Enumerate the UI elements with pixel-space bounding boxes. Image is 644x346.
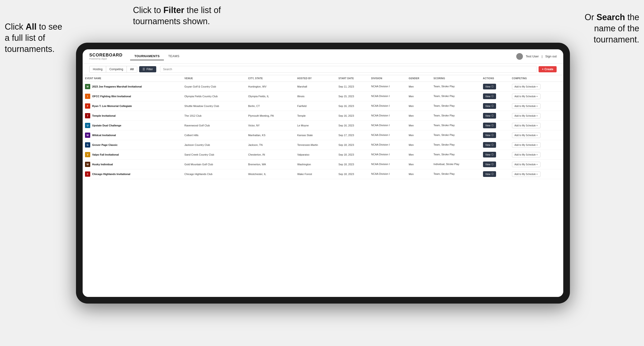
event-name-3: Temple Invitational xyxy=(92,114,116,117)
cell-hosted-2: Fairfield xyxy=(295,101,336,111)
add-schedule-button-7[interactable]: Add to My Schedule + xyxy=(512,152,540,158)
cell-date-0: Sep 11, 2023 xyxy=(336,82,369,92)
cell-division-2: NCAA Division I xyxy=(369,101,406,111)
cell-city-5: Manhattan, KS xyxy=(246,130,295,140)
view-button-3[interactable]: View ⓘ xyxy=(483,113,496,119)
col-header-competing: COMPETING xyxy=(510,75,563,82)
view-icon-8: ⓘ xyxy=(491,163,494,166)
view-icon-2: ⓘ xyxy=(491,104,494,108)
view-icon-7: ⓘ xyxy=(491,153,494,156)
cell-city-3: Plymouth Meeting, PA xyxy=(246,111,295,121)
cell-division-8: NCAA Division I xyxy=(369,160,406,169)
event-name-9: Chicago Highlands Invitational xyxy=(92,173,130,175)
col-header-venue: VENUE xyxy=(182,75,246,82)
cell-event-3: T Temple Invitational xyxy=(83,111,182,121)
cell-division-5: NCAA Division I xyxy=(369,130,406,140)
view-button-0[interactable]: View ⓘ xyxy=(483,84,496,89)
team-logo-2: F xyxy=(85,103,90,109)
view-button-8[interactable]: View ⓘ xyxy=(483,162,496,167)
cell-city-9: Westchester, IL xyxy=(246,169,295,179)
cell-date-7: Sep 18, 2023 xyxy=(336,150,369,160)
cell-venue-0: Guyan Golf & Country Club xyxy=(182,82,246,92)
cell-division-7: NCAA Division I xyxy=(369,150,406,160)
table-row: F Ryan T. Lee Memorial Collegiate Shuttl… xyxy=(83,101,563,111)
view-icon-3: ⓘ xyxy=(491,114,494,117)
table-header-row: EVENT NAME VENUE CITY, STATE HOSTED BY S… xyxy=(83,75,563,82)
event-name-1: OFCC Fighting Illini Invitational xyxy=(92,95,131,98)
nav-tab-teams[interactable]: TEAMS xyxy=(164,52,184,60)
view-button-9[interactable]: View ⓘ xyxy=(483,171,496,177)
event-name-7: Valpo Fall Invitational xyxy=(92,153,119,156)
filter-hosting[interactable]: Hosting xyxy=(90,66,106,72)
team-logo-9: C xyxy=(85,172,90,177)
event-name-5: Wildcat Invitational xyxy=(92,134,116,137)
cell-gender-0: Men xyxy=(406,82,431,92)
cell-division-1: NCAA Division I xyxy=(369,92,406,101)
add-schedule-button-2[interactable]: Add to My Schedule + xyxy=(512,103,540,109)
team-logo-3: T xyxy=(85,113,90,118)
cell-scoring-8: Individual, Stroke Play xyxy=(431,160,480,169)
table-row: G Grover Page Classic Jackson Country Cl… xyxy=(83,140,563,150)
cell-actions-6: View ⓘ xyxy=(481,140,510,150)
view-button-1[interactable]: View ⓘ xyxy=(483,93,496,99)
cell-event-6: G Grover Page Classic xyxy=(83,140,182,150)
cell-scoring-5: Team, Stroke Play xyxy=(431,130,480,140)
cell-actions-4: View ⓘ xyxy=(481,121,510,130)
table-row: I OFCC Fighting Illini Invitational Olym… xyxy=(83,92,563,101)
cell-competing-3: Add to My Schedule + xyxy=(510,111,563,121)
cell-gender-9: Men xyxy=(406,169,431,179)
filter-all[interactable]: All xyxy=(127,66,137,72)
filter-btn-group: Hosting Competing All xyxy=(89,66,137,73)
view-button-7[interactable]: View ⓘ xyxy=(483,152,496,158)
cell-event-7: V Valpo Fall Invitational xyxy=(83,150,182,160)
col-header-event: EVENT NAME xyxy=(83,75,182,82)
cell-hosted-6: Tennessee-Martin xyxy=(295,140,336,150)
event-name-0: 2023 Joe Feaganes Marshall Invitational xyxy=(92,85,142,88)
filter-button[interactable]: ☰ Filter xyxy=(139,66,156,72)
add-schedule-button-5[interactable]: Add to My Schedule + xyxy=(512,133,540,138)
view-icon-9: ⓘ xyxy=(491,173,494,176)
cell-scoring-7: Team, Stroke Play xyxy=(431,150,480,160)
add-schedule-button-1[interactable]: Add to My Schedule + xyxy=(512,94,540,99)
team-logo-6: G xyxy=(85,142,90,148)
add-schedule-button-4[interactable]: Add to My Schedule + xyxy=(512,123,540,128)
create-button[interactable]: + Create xyxy=(538,66,556,72)
view-button-2[interactable]: View ⓘ xyxy=(483,103,496,109)
cell-competing-2: Add to My Schedule + xyxy=(510,101,563,111)
tablet-screen: SCOREBOARD Powered by clippd TOURNAMENTS… xyxy=(83,49,563,297)
cell-actions-0: View ⓘ xyxy=(481,82,510,92)
add-schedule-button-8[interactable]: Add to My Schedule + xyxy=(512,162,540,167)
cell-division-0: NCAA Division I xyxy=(369,82,406,92)
view-button-6[interactable]: View ⓘ xyxy=(483,142,496,148)
view-icon-4: ⓘ xyxy=(491,124,494,127)
cell-date-8: Sep 18, 2023 xyxy=(336,160,369,169)
user-avatar xyxy=(516,53,523,60)
view-button-4[interactable]: View ⓘ xyxy=(483,123,496,128)
team-logo-1: I xyxy=(85,94,90,99)
add-schedule-button-3[interactable]: Add to My Schedule + xyxy=(512,113,540,119)
cell-date-5: Sep 17, 2023 xyxy=(336,130,369,140)
table-row: U Upstate Dual Challenge Ravenwood Golf … xyxy=(83,121,563,130)
col-header-date: START DATE xyxy=(336,75,369,82)
search-input[interactable] xyxy=(160,66,537,73)
col-header-city: CITY, STATE xyxy=(246,75,295,82)
cell-city-8: Bremerton, WA xyxy=(246,160,295,169)
cell-hosted-3: Temple xyxy=(295,111,336,121)
sign-out-link[interactable]: Sign out xyxy=(545,54,556,58)
add-schedule-button-0[interactable]: Add to My Schedule + xyxy=(512,84,540,89)
view-button-5[interactable]: View ⓘ xyxy=(483,132,496,138)
filter-competing[interactable]: Competing xyxy=(106,66,127,72)
cell-venue-7: Sand Creek Country Club xyxy=(182,150,246,160)
add-schedule-button-9[interactable]: Add to My Schedule + xyxy=(512,172,540,177)
cell-hosted-9: Wake Forest xyxy=(295,169,336,179)
cell-city-1: Olympia Fields, IL xyxy=(246,92,295,101)
cell-gender-8: Men xyxy=(406,160,431,169)
table-row: V Valpo Fall Invitational Sand Creek Cou… xyxy=(83,150,563,160)
cell-hosted-4: Le Moyne xyxy=(295,121,336,130)
cell-event-0: M 2023 Joe Feaganes Marshall Invitationa… xyxy=(83,82,182,92)
cell-date-9: Sep 18, 2023 xyxy=(336,169,369,179)
cell-venue-5: Colbert Hills xyxy=(182,130,246,140)
nav-tab-tournaments[interactable]: TOURNAMENTS xyxy=(130,52,164,60)
table-row: W Wildcat Invitational Colbert Hills Man… xyxy=(83,130,563,140)
add-schedule-button-6[interactable]: Add to My Schedule + xyxy=(512,142,540,148)
